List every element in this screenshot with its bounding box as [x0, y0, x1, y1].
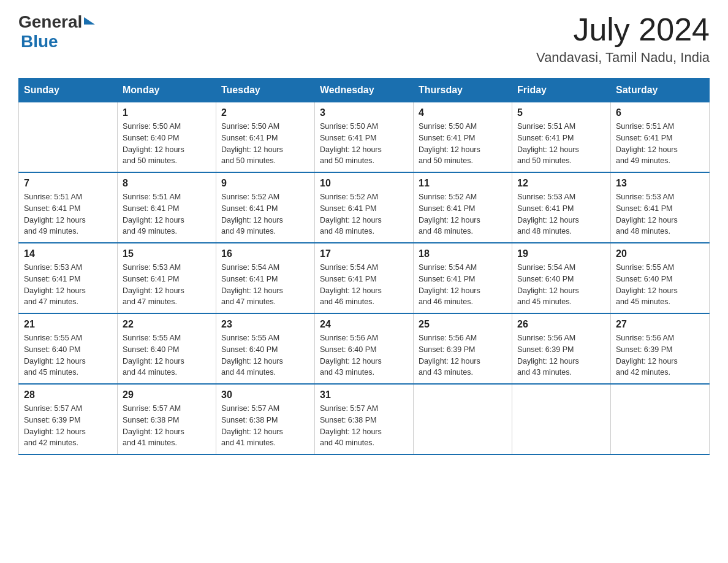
calendar-cell: 26Sunrise: 5:56 AMSunset: 6:39 PMDayligh… — [512, 313, 611, 384]
calendar-cell: 31Sunrise: 5:57 AMSunset: 6:38 PMDayligh… — [315, 384, 414, 454]
calendar-cell: 7Sunrise: 5:51 AMSunset: 6:41 PMDaylight… — [19, 172, 118, 243]
day-info: Sunrise: 5:55 AMSunset: 6:40 PMDaylight:… — [221, 332, 309, 378]
day-info: Sunrise: 5:55 AMSunset: 6:40 PMDaylight:… — [616, 262, 704, 308]
calendar-table: SundayMondayTuesdayWednesdayThursdayFrid… — [18, 78, 710, 455]
day-number: 30 — [221, 389, 309, 400]
day-info: Sunrise: 5:55 AMSunset: 6:40 PMDaylight:… — [123, 332, 211, 378]
calendar-cell: 5Sunrise: 5:51 AMSunset: 6:41 PMDaylight… — [512, 102, 611, 173]
header-thursday: Thursday — [414, 79, 512, 102]
header-monday: Monday — [118, 79, 216, 102]
day-info: Sunrise: 5:54 AMSunset: 6:41 PMDaylight:… — [419, 262, 507, 308]
day-number: 28 — [24, 389, 112, 400]
page-header: General Blue July 2024 Vandavasi, Tamil … — [18, 12, 710, 66]
calendar-cell: 29Sunrise: 5:57 AMSunset: 6:38 PMDayligh… — [118, 384, 216, 454]
calendar-cell — [512, 384, 611, 454]
calendar-cell: 17Sunrise: 5:54 AMSunset: 6:41 PMDayligh… — [315, 243, 414, 313]
title-area: July 2024 Vandavasi, Tamil Nadu, India — [536, 12, 710, 66]
calendar-cell: 25Sunrise: 5:56 AMSunset: 6:39 PMDayligh… — [414, 313, 512, 384]
day-number: 13 — [616, 178, 704, 189]
logo: General Blue — [18, 12, 95, 52]
day-info: Sunrise: 5:57 AMSunset: 6:39 PMDaylight:… — [24, 403, 112, 449]
day-number: 27 — [616, 319, 704, 330]
day-number: 25 — [419, 319, 507, 330]
day-info: Sunrise: 5:51 AMSunset: 6:41 PMDaylight:… — [616, 121, 704, 167]
day-info: Sunrise: 5:57 AMSunset: 6:38 PMDaylight:… — [123, 403, 211, 449]
day-info: Sunrise: 5:54 AMSunset: 6:41 PMDaylight:… — [221, 262, 309, 308]
week-row-1: 1Sunrise: 5:50 AMSunset: 6:40 PMDaylight… — [19, 102, 710, 173]
calendar-cell: 28Sunrise: 5:57 AMSunset: 6:39 PMDayligh… — [19, 384, 118, 454]
calendar-cell — [414, 384, 512, 454]
calendar-cell — [611, 384, 710, 454]
calendar-cell: 13Sunrise: 5:53 AMSunset: 6:41 PMDayligh… — [611, 172, 710, 243]
day-number: 22 — [123, 319, 211, 330]
day-number: 31 — [320, 389, 408, 400]
calendar-header-row: SundayMondayTuesdayWednesdayThursdayFrid… — [19, 79, 710, 102]
day-info: Sunrise: 5:51 AMSunset: 6:41 PMDaylight:… — [24, 191, 112, 237]
day-number: 19 — [517, 248, 605, 259]
calendar-cell: 2Sunrise: 5:50 AMSunset: 6:41 PMDaylight… — [216, 102, 315, 173]
calendar-cell: 6Sunrise: 5:51 AMSunset: 6:41 PMDaylight… — [611, 102, 710, 173]
day-info: Sunrise: 5:54 AMSunset: 6:40 PMDaylight:… — [517, 262, 605, 308]
day-number: 11 — [419, 178, 507, 189]
day-number: 26 — [517, 319, 605, 330]
calendar-cell: 4Sunrise: 5:50 AMSunset: 6:41 PMDaylight… — [414, 102, 512, 173]
day-info: Sunrise: 5:54 AMSunset: 6:41 PMDaylight:… — [320, 262, 408, 308]
day-info: Sunrise: 5:56 AMSunset: 6:39 PMDaylight:… — [419, 332, 507, 378]
calendar-cell: 15Sunrise: 5:53 AMSunset: 6:41 PMDayligh… — [118, 243, 216, 313]
calendar-cell: 21Sunrise: 5:55 AMSunset: 6:40 PMDayligh… — [19, 313, 118, 384]
day-number: 12 — [517, 178, 605, 189]
calendar-cell: 30Sunrise: 5:57 AMSunset: 6:38 PMDayligh… — [216, 384, 315, 454]
day-number: 5 — [517, 107, 605, 118]
calendar-cell: 14Sunrise: 5:53 AMSunset: 6:41 PMDayligh… — [19, 243, 118, 313]
logo-arrow-icon — [84, 17, 95, 25]
day-number: 24 — [320, 319, 408, 330]
day-info: Sunrise: 5:56 AMSunset: 6:39 PMDaylight:… — [517, 332, 605, 378]
day-info: Sunrise: 5:53 AMSunset: 6:41 PMDaylight:… — [517, 191, 605, 237]
calendar-cell: 11Sunrise: 5:52 AMSunset: 6:41 PMDayligh… — [414, 172, 512, 243]
week-row-5: 28Sunrise: 5:57 AMSunset: 6:39 PMDayligh… — [19, 384, 710, 454]
day-number: 2 — [221, 107, 309, 118]
header-saturday: Saturday — [611, 79, 710, 102]
day-number: 20 — [616, 248, 704, 259]
day-number: 4 — [419, 107, 507, 118]
week-row-3: 14Sunrise: 5:53 AMSunset: 6:41 PMDayligh… — [19, 243, 710, 313]
header-sunday: Sunday — [19, 79, 118, 102]
header-tuesday: Tuesday — [216, 79, 315, 102]
day-info: Sunrise: 5:50 AMSunset: 6:41 PMDaylight:… — [419, 121, 507, 167]
calendar-cell: 20Sunrise: 5:55 AMSunset: 6:40 PMDayligh… — [611, 243, 710, 313]
day-number: 10 — [320, 178, 408, 189]
day-number: 23 — [221, 319, 309, 330]
calendar-cell: 3Sunrise: 5:50 AMSunset: 6:41 PMDaylight… — [315, 102, 414, 173]
day-info: Sunrise: 5:51 AMSunset: 6:41 PMDaylight:… — [517, 121, 605, 167]
header-wednesday: Wednesday — [315, 79, 414, 102]
calendar-cell: 18Sunrise: 5:54 AMSunset: 6:41 PMDayligh… — [414, 243, 512, 313]
day-info: Sunrise: 5:52 AMSunset: 6:41 PMDaylight:… — [320, 191, 408, 237]
calendar-cell: 24Sunrise: 5:56 AMSunset: 6:40 PMDayligh… — [315, 313, 414, 384]
logo-blue-text: Blue — [21, 32, 58, 52]
day-number: 8 — [123, 178, 211, 189]
day-info: Sunrise: 5:55 AMSunset: 6:40 PMDaylight:… — [24, 332, 112, 378]
day-number: 9 — [221, 178, 309, 189]
calendar-cell: 22Sunrise: 5:55 AMSunset: 6:40 PMDayligh… — [118, 313, 216, 384]
calendar-cell: 1Sunrise: 5:50 AMSunset: 6:40 PMDaylight… — [118, 102, 216, 173]
calendar-cell: 23Sunrise: 5:55 AMSunset: 6:40 PMDayligh… — [216, 313, 315, 384]
day-number: 15 — [123, 248, 211, 259]
month-title: July 2024 — [536, 12, 710, 47]
week-row-2: 7Sunrise: 5:51 AMSunset: 6:41 PMDaylight… — [19, 172, 710, 243]
calendar-cell: 16Sunrise: 5:54 AMSunset: 6:41 PMDayligh… — [216, 243, 315, 313]
day-info: Sunrise: 5:52 AMSunset: 6:41 PMDaylight:… — [419, 191, 507, 237]
day-info: Sunrise: 5:56 AMSunset: 6:40 PMDaylight:… — [320, 332, 408, 378]
day-number: 29 — [123, 389, 211, 400]
day-number: 7 — [24, 178, 112, 189]
day-info: Sunrise: 5:57 AMSunset: 6:38 PMDaylight:… — [221, 403, 309, 449]
day-number: 17 — [320, 248, 408, 259]
location-title: Vandavasi, Tamil Nadu, India — [536, 50, 710, 66]
calendar-cell: 19Sunrise: 5:54 AMSunset: 6:40 PMDayligh… — [512, 243, 611, 313]
day-number: 1 — [123, 107, 211, 118]
day-info: Sunrise: 5:52 AMSunset: 6:41 PMDaylight:… — [221, 191, 309, 237]
day-info: Sunrise: 5:53 AMSunset: 6:41 PMDaylight:… — [123, 262, 211, 308]
header-friday: Friday — [512, 79, 611, 102]
calendar-cell: 12Sunrise: 5:53 AMSunset: 6:41 PMDayligh… — [512, 172, 611, 243]
day-info: Sunrise: 5:53 AMSunset: 6:41 PMDaylight:… — [616, 191, 704, 237]
day-info: Sunrise: 5:53 AMSunset: 6:41 PMDaylight:… — [24, 262, 112, 308]
